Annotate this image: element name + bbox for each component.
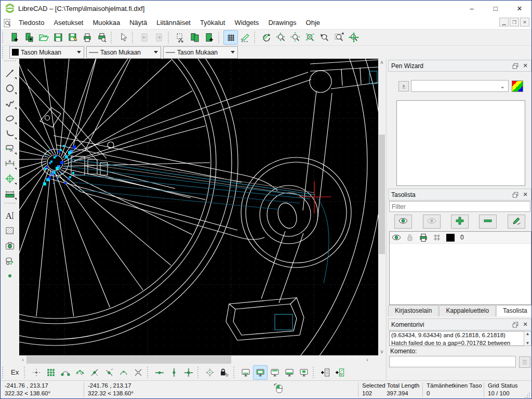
monitor-view-4-icon[interactable] [282,365,297,380]
toolbar-grip[interactable] [168,32,171,43]
toolbar-grip[interactable] [111,32,114,43]
cut-icon[interactable] [173,30,188,45]
snap-endpoint-icon[interactable] [58,365,73,380]
snap-free-icon[interactable] [29,365,44,380]
line-tool-icon[interactable] [2,65,18,81]
draft-mode-icon[interactable] [238,30,252,45]
select-arrow-icon[interactable] [116,30,130,45]
circle-tool-icon[interactable] [2,81,18,96]
hide-all-layers-button[interactable] [423,215,441,229]
monitor-view-2-icon[interactable] [253,365,268,380]
text-tool-icon[interactable]: A [2,208,18,223]
toolbar-grip[interactable] [254,32,258,43]
zoom-out-icon[interactable] [288,30,303,45]
close-panel-icon[interactable]: ✕ [521,62,529,70]
remove-layer-button[interactable] [479,215,497,229]
layer-print-icon[interactable] [417,232,430,243]
menu-widgets[interactable]: Widgets [230,17,263,28]
menu-nayta[interactable]: Näytä [125,17,152,28]
add-layer-button[interactable] [451,215,469,229]
zoom-in-icon[interactable] [274,30,288,45]
lock-relative-zero-icon[interactable] [217,365,232,380]
maximize-button[interactable]: □ [484,1,508,16]
toggle-command-widget-icon[interactable] [318,365,332,380]
horizontal-scroll-thumb[interactable] [26,356,231,364]
history-scrollbar[interactable]: ▲▼ [524,331,531,346]
close-panel-icon[interactable]: ✕ [521,191,529,199]
modify-tool-icon[interactable] [2,171,18,186]
print-icon[interactable] [80,30,95,45]
tab-kappaleluettelo[interactable]: Kappaleluettelo [439,305,496,316]
pen-wizard-spinner[interactable]: ± [398,81,409,91]
layer-lock-icon[interactable] [403,232,417,243]
vertical-scroll-thumb[interactable] [379,135,385,254]
edit-layer-button[interactable] [508,215,525,229]
snap-on-entity-icon[interactable] [73,365,87,380]
pen-color-combo[interactable]: Tason Mukaan [9,46,84,59]
hatch-tool-icon[interactable] [2,223,18,238]
undo-icon[interactable] [137,30,152,45]
scroll-right-icon[interactable]: › [364,355,371,364]
float-panel-icon[interactable] [511,62,520,70]
command-history[interactable]: (9.63434, 9.63434) and (6.21818, 6.21818… [389,331,524,346]
image-tool-icon[interactable] [2,238,18,253]
new-from-template-icon[interactable] [22,30,36,45]
select-entity-tool-icon[interactable] [2,141,18,156]
auto-zoom-icon[interactable] [303,30,317,45]
measure-tool-icon[interactable] [2,186,18,201]
mdi-minimize-button[interactable]: ▁ [499,18,509,26]
zoom-pan-icon[interactable] [347,30,361,45]
monitor-view-3-icon[interactable] [268,365,282,380]
toolbar-grip[interactable] [4,60,16,64]
restrict-vertical-icon[interactable] [167,365,181,380]
polyline-tool-icon[interactable] [2,126,18,141]
point-tool-icon[interactable] [2,268,18,283]
toolbar-grip[interactable] [132,32,136,43]
menu-asetukset[interactable]: Asetukset [49,17,88,28]
toolbar-grip[interactable] [218,32,222,43]
save-icon[interactable] [51,30,65,45]
set-relative-zero-icon[interactable] [203,365,217,380]
scroll-left-icon[interactable]: ‹ [19,355,26,364]
save-as-icon[interactable] [65,30,80,45]
menu-muokkaa[interactable]: Muokkaa [88,17,125,28]
mdi-close-button[interactable]: ✕ [520,18,529,26]
show-all-layers-button[interactable] [394,215,412,229]
copy-icon[interactable] [188,30,202,45]
command-options-button[interactable]: ☰ [519,356,530,368]
mdi-restore-button[interactable]: ❐ [510,18,519,26]
menu-ohje[interactable]: Ohje [301,17,325,28]
snap-distance-icon[interactable] [116,365,131,380]
layer-row[interactable]: 0 [390,232,531,244]
grid-toggle-icon[interactable] [223,30,238,45]
close-panel-icon[interactable]: ✕ [521,321,529,329]
float-panel-icon[interactable] [511,191,520,199]
snap-center-icon[interactable] [87,365,102,380]
pen-wizard-list[interactable] [396,100,525,186]
resize-grip[interactable] [524,392,530,398]
dimension-tool-icon[interactable]: A [2,156,18,171]
layer-color-swatch[interactable] [444,234,457,242]
previous-view-icon[interactable] [317,30,332,45]
redraw-icon[interactable] [259,30,274,45]
pen-wizard-color-button[interactable] [512,81,523,92]
cad-canvas[interactable] [19,59,378,355]
layer-filter-input[interactable] [389,201,530,212]
vertical-scrollbar[interactable]: ˄ ˅ [378,59,385,355]
snap-middle-icon[interactable] [102,365,116,380]
ellipse-tool-icon[interactable] [2,111,18,126]
menu-drawings[interactable]: Drawings [263,17,301,28]
layer-construction-icon[interactable] [430,232,444,243]
menu-tiedosto[interactable]: Tiedosto [14,17,49,28]
layer-visible-icon[interactable] [390,232,403,243]
redo-icon[interactable] [152,30,166,45]
tab-tasolista[interactable]: Tasolista [496,305,532,316]
toolbar-grip[interactable] [24,367,28,378]
close-button[interactable]: ✕ [508,1,531,16]
paste-icon[interactable] [202,30,217,45]
open-file-icon[interactable] [36,30,51,45]
monitor-view-1-icon[interactable] [238,365,253,380]
command-input[interactable] [389,356,516,367]
spline-tool-icon[interactable] [2,96,18,111]
scroll-up-icon[interactable]: ˄ [378,59,385,66]
